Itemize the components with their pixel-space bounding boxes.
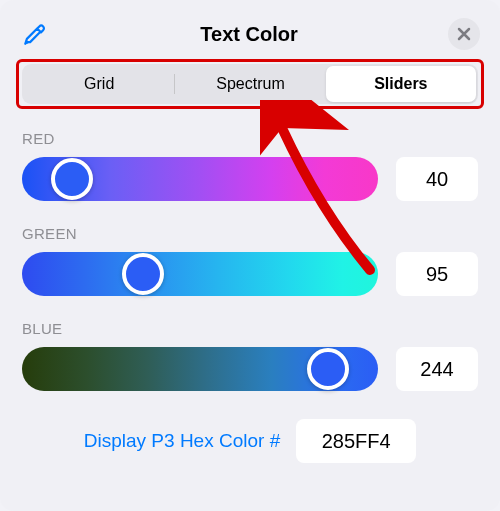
red-slider[interactable] [22, 157, 378, 201]
hex-row: Display P3 Hex Color # 285FF4 [22, 419, 478, 463]
blue-thumb[interactable] [307, 348, 349, 390]
red-thumb[interactable] [51, 158, 93, 200]
tab-segmented-control: Grid Spectrum Sliders [22, 64, 478, 104]
svg-point-0 [25, 40, 28, 43]
tab-spectrum[interactable]: Spectrum [175, 66, 325, 102]
blue-label: BLUE [22, 320, 478, 337]
red-label: RED [22, 130, 478, 147]
tab-segmented-control-wrapper: Grid Spectrum Sliders [0, 64, 500, 120]
panel-title: Text Color [50, 23, 448, 46]
green-label: GREEN [22, 225, 478, 242]
blue-slider[interactable] [22, 347, 378, 391]
green-track [22, 252, 378, 296]
sliders-area: RED 40 GREEN 95 BLUE [0, 120, 500, 463]
green-slider[interactable] [22, 252, 378, 296]
tab-sliders[interactable]: Sliders [326, 66, 476, 102]
panel-header: Text Color [0, 0, 500, 64]
close-icon [457, 27, 471, 41]
eyedropper-button[interactable] [20, 19, 50, 49]
close-button[interactable] [448, 18, 480, 50]
eyedropper-icon [22, 21, 48, 47]
tab-grid[interactable]: Grid [24, 66, 174, 102]
green-slider-group: GREEN 95 [22, 225, 478, 296]
blue-slider-group: BLUE 244 [22, 320, 478, 391]
hex-value-field[interactable]: 285FF4 [296, 419, 416, 463]
blue-value-field[interactable]: 244 [396, 347, 478, 391]
green-thumb[interactable] [122, 253, 164, 295]
green-value-field[interactable]: 95 [396, 252, 478, 296]
color-picker-panel: Text Color Grid Spectrum Sliders RED 40 [0, 0, 500, 511]
hex-format-button[interactable]: Display P3 Hex Color # [84, 430, 280, 452]
red-slider-group: RED 40 [22, 130, 478, 201]
red-value-field[interactable]: 40 [396, 157, 478, 201]
